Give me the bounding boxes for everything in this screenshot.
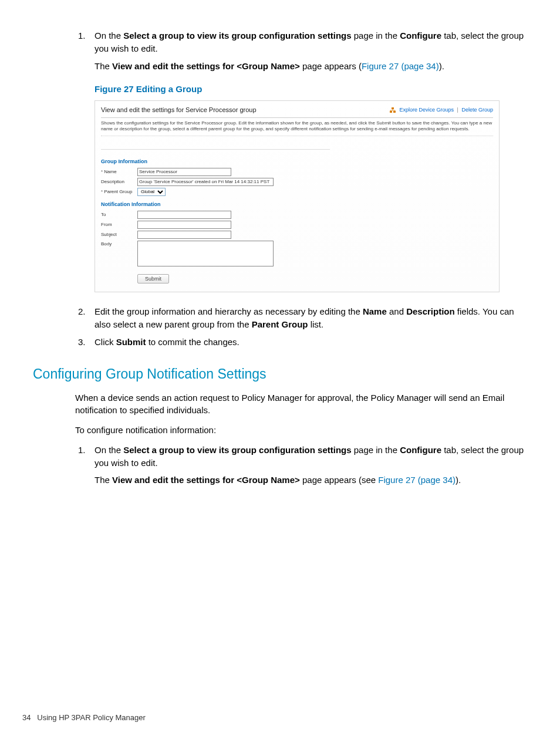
step-text: On the Select a group to view its group … [95,445,524,468]
from-input[interactable] [137,221,231,229]
description-label: Description [101,178,137,185]
step-text: Click Submit to commit the changes. [95,337,239,347]
notification-information-heading: Notification Information [101,201,330,208]
from-label: From [101,221,137,228]
name-input[interactable] [137,168,231,176]
figure-link[interactable]: Figure 27 (page 34) [362,61,439,71]
delete-group-link[interactable]: Delete Group [461,107,493,113]
section-heading-configuring-notification: Configuring Group Notification Settings [33,364,527,384]
section2-step-1-followup: The View and edit the settings for <Grou… [95,474,527,487]
step-text: Edit the group information and hierarchy… [95,306,514,329]
figure-caption: Figure 27 Editing a Group [95,83,527,96]
svg-rect-1 [390,111,392,113]
figure-header-links: Explore Device Groups | Delete Group [390,106,493,114]
description-input[interactable] [137,178,274,186]
subject-label: Subject [101,231,137,238]
section2-para1: When a device sends an action request to… [75,391,527,417]
step-number: 2. [78,305,86,318]
explore-device-groups-link[interactable]: Explore Device Groups [400,107,454,113]
step-number: 3. [78,336,86,349]
name-label: Name [101,168,137,175]
section2-step-1: 1. On the Select a group to view its gro… [95,444,527,470]
step-number: 1. [78,444,86,457]
tree-icon [390,106,396,114]
subject-input[interactable] [137,231,231,239]
body-textarea[interactable] [137,241,274,266]
figure-title: View and edit the settings for Service P… [101,106,257,115]
figure-editing-group: View and edit the settings for Service P… [95,100,500,292]
parent-group-select[interactable]: Global [137,188,166,196]
section2-para2: To configure notification information: [75,424,527,437]
step-text: On the Select a group to view its group … [95,31,524,53]
step-1-followup: The View and edit the settings for <Grou… [95,60,527,73]
figure-description: Shows the configuration settings for the… [101,120,493,136]
svg-rect-2 [393,111,396,113]
to-input[interactable] [137,211,231,219]
to-label: To [101,211,137,218]
step-number: 1. [78,29,86,42]
group-information-heading: Group Information [101,158,330,166]
parent-group-label: Parent Group [101,188,137,195]
step-2: 2. Edit the group information and hierar… [95,305,527,331]
submit-button[interactable]: Submit [137,274,169,283]
step-1: 1. On the Select a group to view its gro… [95,29,527,55]
svg-rect-0 [392,107,394,109]
step-3: 3. Click Submit to commit the changes. [95,336,527,349]
body-label: Body [101,241,137,248]
figure-link-2[interactable]: Figure 27 (page 34) [378,475,456,485]
